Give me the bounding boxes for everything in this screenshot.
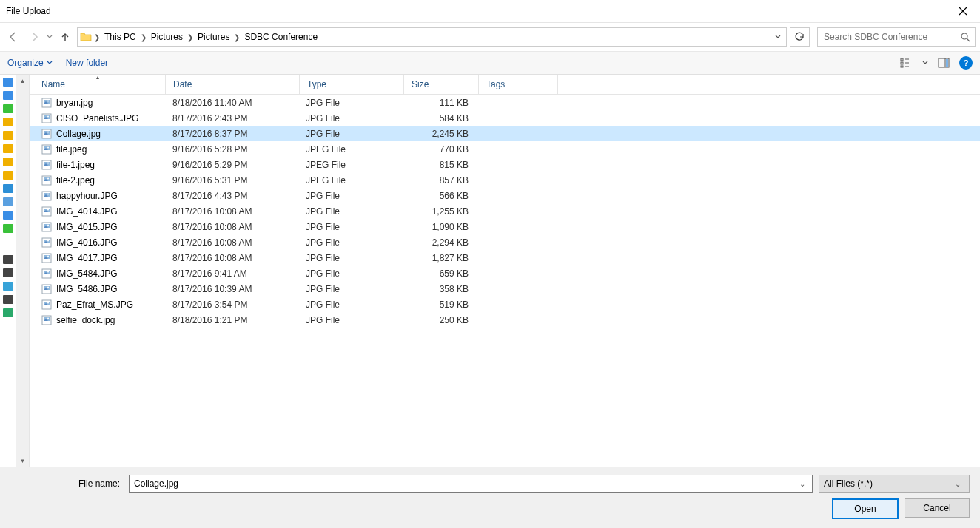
file-name-cell: IMG_4017.JPG	[30, 253, 165, 263]
sort-asc-icon: ▴	[96, 74, 99, 81]
breadcrumb-separator: ❯	[232, 33, 241, 41]
breadcrumb-item-0[interactable]: This PC	[101, 28, 139, 46]
file-date-cell: 8/17/2016 10:08 AM	[165, 237, 298, 248]
breadcrumb-item-1[interactable]: Pictures	[148, 28, 186, 46]
search-icon	[960, 32, 970, 42]
file-row[interactable]: IMG_5486.JPG8/17/2016 10:39 AMJPG File35…	[30, 281, 980, 297]
chevron-down-icon	[775, 35, 781, 39]
column-header-tags[interactable]: Tags	[479, 75, 558, 94]
nav-item-stub[interactable]	[3, 237, 13, 251]
file-row[interactable]: Paz_Efrat_MS.JPG8/17/2016 3:54 PMJPG Fil…	[30, 297, 980, 312]
nav-item-stub[interactable]	[3, 308, 13, 317]
svg-point-0	[961, 33, 967, 39]
file-type-cell: JPG File	[298, 253, 402, 263]
file-rows: bryan.jpg8/18/2016 11:40 AMJPG File111 K…	[30, 95, 980, 467]
file-name-text: file-2.jpeg	[56, 175, 95, 186]
file-size-cell: 111 KB	[402, 98, 476, 108]
back-button[interactable]	[4, 28, 22, 46]
breadcrumb-item-3[interactable]: SDBC Conference	[241, 28, 320, 46]
search-input[interactable]	[822, 31, 960, 43]
nav-scrollbar[interactable]: ▲ ▼	[16, 75, 30, 467]
refresh-button[interactable]	[790, 27, 810, 47]
filename-combo[interactable]: ⌄	[129, 475, 813, 493]
file-row[interactable]: IMG_4016.JPG8/17/2016 10:08 AMJPG File2,…	[30, 234, 980, 250]
image-file-icon	[41, 222, 52, 232]
nav-item-stub[interactable]	[3, 295, 13, 304]
address-bar[interactable]: ❯ This PC ❯ Pictures ❯ Pictures ❯ SDBC C…	[77, 27, 787, 47]
nav-item-stub[interactable]	[3, 197, 13, 206]
column-header-name[interactable]: ▴ Name	[30, 75, 166, 94]
open-button[interactable]: Open	[832, 498, 899, 519]
file-row[interactable]: IMG_4014.JPG8/17/2016 10:08 AMJPG File1,…	[30, 203, 980, 219]
file-name-cell: IMG_5484.JPG	[30, 268, 165, 279]
nav-item-stub[interactable]	[3, 255, 13, 264]
close-button[interactable]	[946, 0, 980, 22]
file-name-text: selfie_dock.jpg	[56, 315, 115, 325]
chevron-down-icon	[47, 35, 53, 39]
file-row[interactable]: file.jpeg9/16/2016 5:28 PMJPEG File770 K…	[30, 141, 980, 157]
column-header-date[interactable]: Date	[166, 75, 300, 94]
forward-arrow-icon	[28, 31, 40, 43]
file-date-cell: 9/16/2016 5:29 PM	[165, 160, 298, 170]
organize-menu[interactable]: Organize	[7, 58, 53, 68]
search-box[interactable]	[817, 27, 976, 47]
file-size-cell: 2,294 KB	[402, 237, 476, 248]
image-file-icon	[41, 191, 52, 201]
file-row[interactable]: file-1.jpeg9/16/2016 5:29 PMJPEG File815…	[30, 157, 980, 172]
file-row[interactable]: happyhour.JPG8/17/2016 4:43 PMJPG File56…	[30, 188, 980, 203]
file-row[interactable]: IMG_5484.JPG8/17/2016 9:41 AMJPG File659…	[30, 265, 980, 281]
file-row[interactable]: bryan.jpg8/18/2016 11:40 AMJPG File111 K…	[30, 95, 980, 110]
cancel-button[interactable]: Cancel	[905, 498, 970, 518]
filename-input[interactable]	[132, 478, 796, 490]
chevron-down-icon[interactable]	[922, 61, 928, 65]
nav-item-stub[interactable]	[3, 211, 13, 220]
svg-rect-9	[946, 59, 948, 67]
nav-item-stub[interactable]	[3, 282, 13, 291]
nav-item-stub[interactable]	[3, 268, 13, 277]
nav-item-stub[interactable]	[3, 118, 13, 126]
nav-pane[interactable]	[0, 75, 16, 467]
nav-item-stub[interactable]	[3, 171, 13, 180]
nav-item-stub[interactable]	[3, 78, 13, 87]
organize-label: Organize	[7, 58, 44, 68]
nav-item-stub[interactable]	[3, 158, 13, 166]
nav-item-stub[interactable]	[3, 184, 13, 193]
up-button[interactable]	[56, 28, 74, 46]
nav-item-stub[interactable]	[3, 131, 13, 140]
view-options-button[interactable]	[899, 55, 915, 71]
new-folder-button[interactable]: New folder	[66, 58, 108, 68]
file-date-cell: 8/17/2016 10:39 AM	[165, 284, 298, 294]
file-dialog: File Upload ❯ This PC ❯ Pictures ❯	[0, 0, 980, 528]
file-row[interactable]: IMG_4017.JPG8/17/2016 10:08 AMJPG File1,…	[30, 250, 980, 265]
file-row[interactable]: CISO_Panelists.JPG8/17/2016 2:43 PMJPG F…	[30, 110, 980, 126]
preview-pane-button[interactable]	[936, 55, 952, 71]
file-name-cell: file-1.jpeg	[30, 160, 165, 170]
svg-point-54	[47, 317, 49, 319]
column-header-size[interactable]: Size	[404, 75, 479, 94]
svg-point-48	[47, 286, 49, 288]
nav-item-stub[interactable]	[3, 91, 13, 100]
file-type-cell: JPG File	[298, 268, 402, 279]
nav-item-stub[interactable]	[3, 144, 13, 153]
image-file-icon	[41, 160, 52, 170]
file-type-filter[interactable]: All Files (*.*) ⌄	[819, 475, 970, 493]
file-name-text: IMG_4017.JPG	[56, 253, 118, 263]
help-button[interactable]: ?	[959, 56, 973, 70]
file-date-cell: 8/17/2016 10:08 AM	[165, 222, 298, 232]
forward-button[interactable]	[25, 28, 43, 46]
address-dropdown[interactable]	[771, 35, 785, 39]
file-row[interactable]: file-2.jpeg9/16/2016 5:31 PMJPEG File857…	[30, 172, 980, 188]
column-header-type[interactable]: Type	[300, 75, 404, 94]
dialog-body: ▲ ▼ ▴ Name Date Type Size Tags bryan.jpg…	[0, 75, 980, 467]
file-name-text: bryan.jpg	[56, 98, 93, 108]
file-row[interactable]: selfie_dock.jpg8/18/2016 1:21 PMJPG File…	[30, 312, 980, 328]
nav-item-stub[interactable]	[3, 224, 13, 233]
nav-item-stub[interactable]	[3, 104, 13, 113]
breadcrumb-item-2[interactable]: Pictures	[195, 28, 232, 46]
filename-dropdown[interactable]: ⌄	[796, 480, 809, 488]
file-row[interactable]: IMG_4015.JPG8/17/2016 10:08 AMJPG File1,…	[30, 219, 980, 234]
file-row[interactable]: Collage.jpg8/17/2016 8:37 PMJPG File2,24…	[30, 126, 980, 141]
file-date-cell: 8/17/2016 8:37 PM	[165, 129, 298, 139]
image-file-icon	[41, 98, 52, 108]
recent-locations-dropdown[interactable]	[46, 35, 53, 39]
